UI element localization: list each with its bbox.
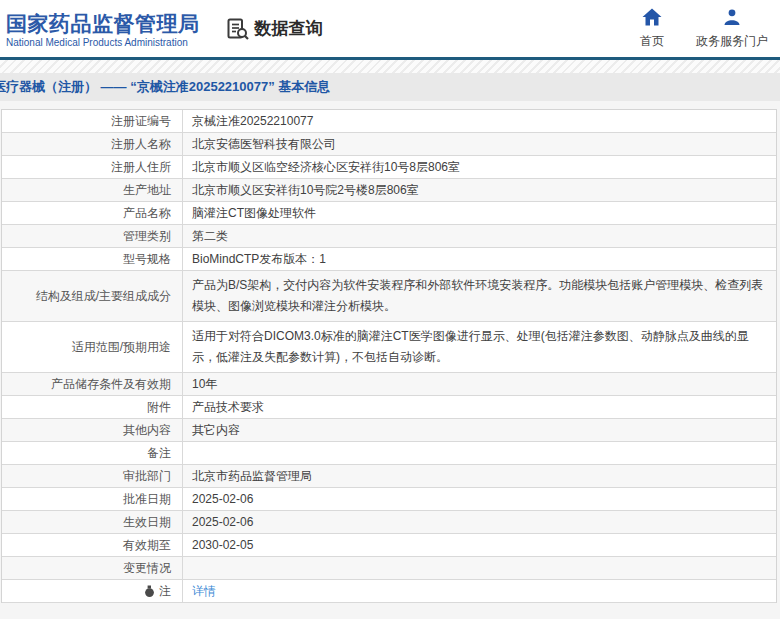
row-label-text: 生效日期 (123, 512, 171, 532)
row-label: 附件 (2, 396, 183, 418)
row-value-text: 产品为B/S架构，交付内容为软件安装程序和外部软件环境安装程序。功能模块包括账户… (192, 275, 766, 317)
row-label: 适用范围/预期用途 (2, 322, 183, 372)
table-row: 注册证编号京械注准20252210077 (2, 110, 776, 133)
table-row: 生效日期2025-02-06 (2, 511, 776, 534)
row-label-text: 生产地址 (123, 180, 171, 200)
row-label: 备注 (2, 442, 183, 464)
site-header: 国家药品监督管理局 National Medical Products Admi… (0, 0, 780, 60)
row-value: 适用于对符合DICOM3.0标准的脑灌注CT医学图像进行显示、处理(包括灌注参数… (183, 322, 776, 372)
row-label: 产品储存条件及有效期 (2, 373, 183, 395)
row-value: 北京市顺义区临空经济核心区安祥街10号8层806室 (183, 156, 776, 178)
nmpa-logo: 国家药品监督管理局 National Medical Products Admi… (6, 12, 200, 48)
row-label-text: 管理类别 (123, 226, 171, 246)
row-label: 注册人住所 (2, 156, 183, 178)
table-row: 适用范围/预期用途适用于对符合DICOM3.0标准的脑灌注CT医学图像进行显示、… (2, 322, 776, 373)
page-content: 注册证编号京械注准20252210077注册人名称北京安德医智科技有限公司注册人… (0, 101, 780, 619)
table-row: 结构及组成/主要组成成分产品为B/S架构，交付内容为软件安装程序和外部软件环境安… (2, 271, 776, 322)
row-value: 产品技术要求 (183, 396, 776, 418)
breadcrumb-bar: 医疗器械（注册） —— “京械注准20252210077” 基本信息 (0, 73, 780, 101)
row-label: 注册人名称 (2, 133, 183, 155)
row-value-text: 2025-02-06 (192, 489, 253, 509)
row-value-text: 脑灌注CT图像处理软件 (192, 203, 316, 223)
nav-home[interactable]: 首页 (640, 8, 664, 50)
row-value-text: 其它内容 (192, 420, 240, 440)
row-value: 第二类 (183, 225, 776, 247)
table-row: 产品名称脑灌注CT图像处理软件 (2, 202, 776, 225)
row-value: BioMindCTP发布版本：1 (183, 248, 776, 270)
row-label: 有效期至 (2, 534, 183, 556)
row-value-text: 10年 (192, 374, 217, 394)
row-value-text: BioMindCTP发布版本：1 (192, 249, 326, 269)
data-query-label: 数据查询 (255, 17, 323, 40)
logo-title: 国家药品监督管理局 (6, 12, 200, 36)
row-label-text: 注册证编号 (111, 111, 171, 131)
row-value-text: 产品技术要求 (192, 397, 264, 417)
row-label-text: 注册人住所 (111, 157, 171, 177)
row-value-text: 适用于对符合DICOM3.0标准的脑灌注CT医学图像进行显示、处理(包括灌注参数… (192, 326, 766, 368)
row-value (183, 557, 776, 579)
table-row: 管理类别第二类 (2, 225, 776, 248)
user-icon (723, 8, 741, 30)
row-value-text: 京械注准20252210077 (192, 111, 313, 131)
row-label: 批准日期 (2, 488, 183, 510)
table-row: 备注 (2, 442, 776, 465)
row-label-text: 注 (159, 581, 171, 601)
row-label-text: 产品名称 (123, 203, 171, 223)
table-row: 产品储存条件及有效期10年 (2, 373, 776, 396)
table-row: 其他内容其它内容 (2, 419, 776, 442)
row-value: 2030-02-05 (183, 534, 776, 556)
row-value-text: 2025-02-06 (192, 512, 253, 532)
row-value-text: 2030-02-05 (192, 535, 253, 555)
table-row: 型号规格BioMindCTP发布版本：1 (2, 248, 776, 271)
row-value: 2025-02-06 (183, 488, 776, 510)
nav-home-label: 首页 (640, 33, 664, 50)
row-label: 注 (2, 580, 183, 602)
row-value: 京械注准20252210077 (183, 110, 776, 132)
row-label: 审批部门 (2, 465, 183, 487)
row-label: 生效日期 (2, 511, 183, 533)
row-value: 2025-02-06 (183, 511, 776, 533)
row-value-text: 北京市药品监督管理局 (192, 466, 312, 486)
table-row: 批准日期2025-02-06 (2, 488, 776, 511)
row-value (183, 442, 776, 464)
row-label: 结构及组成/主要组成成分 (2, 271, 183, 321)
row-label-text: 附件 (147, 397, 171, 417)
table-row: 变更情况 (2, 557, 776, 580)
detail-link[interactable]: 详情 (192, 581, 216, 601)
home-icon (642, 8, 662, 30)
row-label: 其他内容 (2, 419, 183, 441)
breadcrumb: 医疗器械（注册） —— “京械注准20252210077” 基本信息 (0, 78, 330, 96)
row-label-text: 注册人名称 (111, 134, 171, 154)
row-label: 管理类别 (2, 225, 183, 247)
row-value-text: 北京市顺义区临空经济核心区安祥街10号8层806室 (192, 157, 460, 177)
row-value: 北京市药品监督管理局 (183, 465, 776, 487)
table-row: 注册人住所北京市顺义区临空经济核心区安祥街10号8层806室 (2, 156, 776, 179)
data-query-heading: 数据查询 (226, 17, 323, 41)
row-value: 10年 (183, 373, 776, 395)
row-label-text: 审批部门 (123, 466, 171, 486)
info-table: 注册证编号京械注准20252210077注册人名称北京安德医智科技有限公司注册人… (1, 109, 777, 603)
decorative-hatch-band (0, 60, 780, 73)
row-label-text: 有效期至 (123, 535, 171, 555)
row-label: 变更情况 (2, 557, 183, 579)
table-row: 审批部门北京市药品监督管理局 (2, 465, 776, 488)
row-value: 北京市顺义区安祥街10号院2号楼8层806室 (183, 179, 776, 201)
nav-portal[interactable]: 政务服务门户 (696, 8, 768, 50)
row-label-text: 结构及组成/主要组成成分 (36, 286, 171, 307)
table-row: 注册人名称北京安德医智科技有限公司 (2, 133, 776, 156)
row-value: 脑灌注CT图像处理软件 (183, 202, 776, 224)
row-value-text: 北京安德医智科技有限公司 (192, 134, 336, 154)
row-label: 注册证编号 (2, 110, 183, 132)
table-row: 注详情 (2, 580, 776, 603)
row-label: 型号规格 (2, 248, 183, 270)
row-label: 产品名称 (2, 202, 183, 224)
table-row: 生产地址北京市顺义区安祥街10号院2号楼8层806室 (2, 179, 776, 202)
header-nav: 首页 政务服务门户 (640, 8, 768, 50)
logo-subtitle: National Medical Products Administration (6, 37, 200, 48)
row-value: 北京安德医智科技有限公司 (183, 133, 776, 155)
row-value: 产品为B/S架构，交付内容为软件安装程序和外部软件环境安装程序。功能模块包括账户… (183, 271, 776, 321)
row-label-text: 批准日期 (123, 489, 171, 509)
note-bulb-icon (144, 585, 155, 598)
row-label: 生产地址 (2, 179, 183, 201)
row-label-text: 适用范围/预期用途 (72, 337, 171, 358)
